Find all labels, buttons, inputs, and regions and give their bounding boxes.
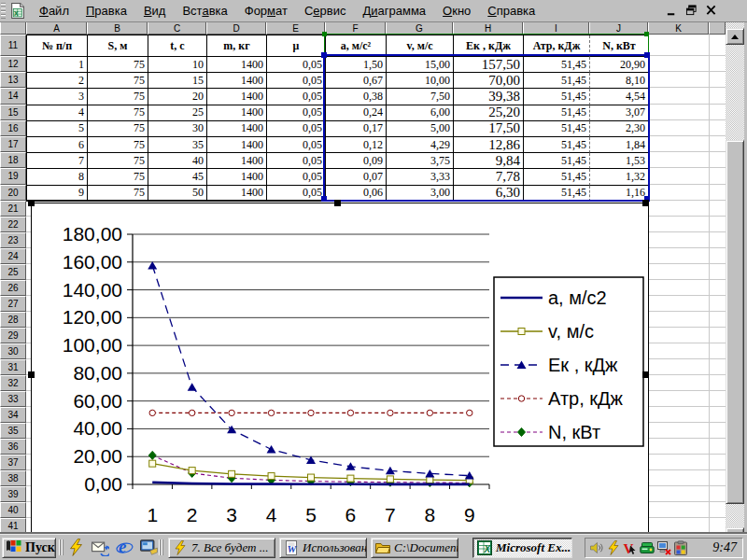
network-tray-icon[interactable] <box>656 540 671 555</box>
row-header-34[interactable]: 34 <box>0 407 26 423</box>
lightning-icon[interactable] <box>67 539 85 556</box>
row-header-41[interactable]: 41 <box>0 518 26 534</box>
cell-B14[interactable]: 75 <box>88 89 148 105</box>
ie-icon[interactable]: e <box>116 539 134 556</box>
row-header-33[interactable]: 33 <box>0 391 26 407</box>
column-header-F[interactable]: F <box>325 21 386 35</box>
column-header-C[interactable]: C <box>148 21 206 35</box>
cell-D18[interactable]: 1400 <box>207 153 267 169</box>
row-header-39[interactable]: 39 <box>0 486 26 502</box>
cell-A16[interactable]: 5 <box>27 121 88 137</box>
menu-chart[interactable]: Диаграмма <box>354 2 434 21</box>
column-header-E[interactable]: E <box>266 21 325 35</box>
chart[interactable]: 0,0020,0040,0060,0080,00100,00120,00140,… <box>31 203 649 534</box>
selection-header-range[interactable] <box>324 34 649 56</box>
cell-D17[interactable]: 1400 <box>207 137 267 153</box>
row-header-29[interactable]: 29 <box>0 328 26 343</box>
chart-handle[interactable] <box>28 200 35 206</box>
task-button-3[interactable]: XMicrosoft Ex... <box>472 538 572 558</box>
menubar-grip[interactable] <box>1 3 6 19</box>
cell-E11[interactable]: μ <box>267 35 326 57</box>
cell-C17[interactable]: 35 <box>148 137 207 153</box>
row-header-31[interactable]: 31 <box>0 359 26 375</box>
chart-handle[interactable] <box>642 200 649 206</box>
row-header-36[interactable]: 36 <box>0 439 26 455</box>
cell-C12[interactable]: 10 <box>148 57 207 73</box>
row-header-26[interactable]: 26 <box>0 280 26 296</box>
select-all-corner[interactable] <box>0 21 26 35</box>
cell-D14[interactable]: 1400 <box>207 89 267 105</box>
cell-B13[interactable]: 75 <box>88 73 148 89</box>
mail-icon[interactable] <box>92 539 109 556</box>
cell-A18[interactable]: 7 <box>27 153 88 169</box>
row-header-22[interactable]: 22 <box>0 217 26 232</box>
taskbar-grip[interactable] <box>59 539 63 555</box>
cell-A13[interactable]: 2 <box>27 73 88 89</box>
row-header-15[interactable]: 15 <box>0 105 26 120</box>
menu-insert[interactable]: Вставка <box>174 2 235 21</box>
range-handle[interactable] <box>321 52 327 58</box>
cell-B15[interactable]: 75 <box>88 105 148 121</box>
cell-D15[interactable]: 1400 <box>207 105 267 121</box>
row-header-28[interactable]: 28 <box>0 312 26 328</box>
task-button-2[interactable]: C:\Document... <box>371 538 458 558</box>
start-button[interactable]: Пуск <box>2 538 56 558</box>
cell-A19[interactable]: 8 <box>27 169 88 185</box>
series-ek[interactable] <box>148 261 474 480</box>
cell-E17[interactable]: 0,05 <box>267 137 326 153</box>
vertical-scrollbar[interactable] <box>726 21 744 534</box>
chart-handle[interactable] <box>334 200 341 206</box>
cell-E20[interactable]: 0,05 <box>267 186 326 202</box>
row-header-12[interactable]: 12 <box>0 56 26 72</box>
chart-handle[interactable] <box>642 371 649 378</box>
column-header-J[interactable]: J <box>589 21 648 35</box>
menu-window[interactable]: Окно <box>434 2 479 21</box>
row-header-27[interactable]: 27 <box>0 296 26 312</box>
cell-D16[interactable]: 1400 <box>207 121 267 137</box>
menu-file[interactable]: Файл <box>31 2 78 21</box>
menu-tools[interactable]: Сервис <box>296 2 355 21</box>
range-handle[interactable] <box>644 52 650 58</box>
scroll-down-button[interactable] <box>726 527 744 534</box>
cell-D13[interactable]: 1400 <box>207 73 267 89</box>
range-handle[interactable] <box>644 32 649 36</box>
row-header-24[interactable]: 24 <box>0 248 26 264</box>
speaker-tray-icon[interactable] <box>589 540 604 555</box>
cell-D19[interactable]: 1400 <box>207 169 267 185</box>
column-header-G[interactable]: G <box>386 21 453 35</box>
row-header-30[interactable]: 30 <box>0 343 26 359</box>
range-handle[interactable] <box>321 196 327 202</box>
cell-D20[interactable]: 1400 <box>207 186 267 202</box>
cell-C18[interactable]: 40 <box>148 153 207 169</box>
menu-help[interactable]: Справка <box>479 2 543 21</box>
menu-edit[interactable]: Правка <box>78 2 135 21</box>
row-header-13[interactable]: 13 <box>0 72 26 88</box>
chart-legend[interactable]: a, м/с2v, м/сЕк , кДжАтр, кДжN, кВт <box>494 277 643 446</box>
cell-D12[interactable]: 1400 <box>207 57 267 73</box>
cell-B16[interactable]: 75 <box>88 121 148 137</box>
row-header-16[interactable]: 16 <box>0 120 26 136</box>
cell-A20[interactable]: 9 <box>27 186 88 202</box>
row-header-11[interactable]: 11 <box>0 35 26 56</box>
minimize-button[interactable] <box>665 3 679 17</box>
cell-C11[interactable]: t, с <box>148 35 207 57</box>
cell-A17[interactable]: 6 <box>27 137 88 153</box>
scroll-up-button[interactable] <box>726 28 744 45</box>
row-header-35[interactable]: 35 <box>0 423 26 439</box>
row-header-40[interactable]: 40 <box>0 502 26 518</box>
antivirus-tray-icon[interactable]: V <box>623 540 638 555</box>
taskbar-grip[interactable] <box>159 539 163 555</box>
row-header-37[interactable]: 37 <box>0 455 26 470</box>
menu-view[interactable]: Вид <box>135 2 175 21</box>
column-header-D[interactable]: D <box>206 21 266 35</box>
cell-C14[interactable]: 20 <box>148 89 207 105</box>
task-button-1[interactable]: WИспользован... <box>279 538 367 558</box>
column-header-H[interactable]: H <box>453 21 523 35</box>
task-button-0[interactable]: 7. Все будет ... <box>168 538 275 558</box>
row-header-17[interactable]: 17 <box>0 136 26 152</box>
cell-A12[interactable]: 1 <box>27 57 88 73</box>
cell-C13[interactable]: 15 <box>148 73 207 89</box>
row-header-25[interactable]: 25 <box>0 264 26 280</box>
cell-A11[interactable]: № п/п <box>27 35 88 57</box>
series-atr[interactable] <box>149 410 472 415</box>
